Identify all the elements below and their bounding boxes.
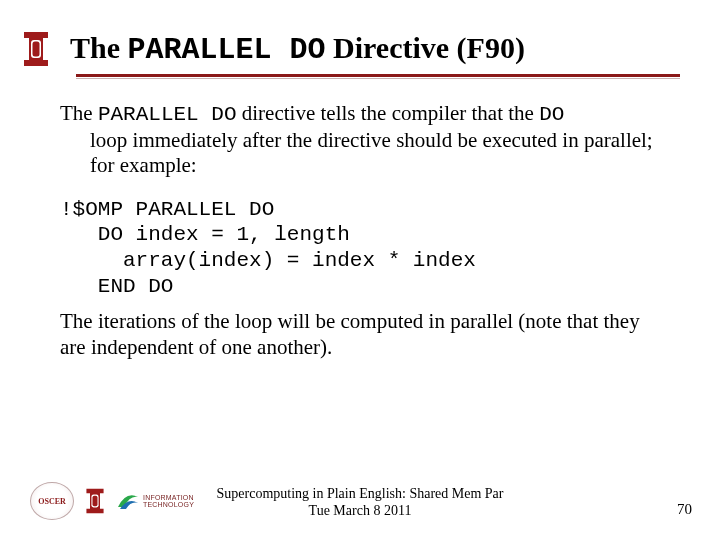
title-underline-thin bbox=[76, 78, 680, 79]
p1-mono2: DO bbox=[539, 103, 564, 126]
it-swoosh-icon bbox=[116, 489, 140, 513]
title-part1: The bbox=[70, 31, 128, 64]
slide-body: The PARALLEL DO directive tells the comp… bbox=[18, 101, 680, 360]
title-part2: Directive (F90) bbox=[326, 31, 525, 64]
it-label: INFORMATION TECHNOLOGY bbox=[143, 494, 194, 508]
paragraph-2: The iterations of the loop will be compu… bbox=[60, 309, 670, 360]
p1-lead: The bbox=[60, 101, 98, 125]
ou-logo-icon bbox=[18, 28, 54, 70]
code-block: !$OMP PARALLEL DO DO index = 1, length a… bbox=[60, 197, 670, 299]
p2-text: The iterations of the loop will be compu… bbox=[60, 309, 640, 359]
it-line1: INFORMATION bbox=[143, 494, 194, 501]
ou-logo-small-icon bbox=[82, 486, 108, 516]
footer-logos: OSCER INFORMATION TECHNOLO bbox=[30, 482, 194, 520]
footer-text: Supercomputing in Plain English: Shared … bbox=[217, 486, 504, 520]
oscer-logo-icon: OSCER bbox=[30, 482, 74, 520]
svg-rect-1 bbox=[33, 42, 40, 57]
paragraph-1: The PARALLEL DO directive tells the comp… bbox=[60, 101, 670, 179]
footer: OSCER INFORMATION TECHNOLO bbox=[0, 486, 720, 520]
slide-title: The PARALLEL DO Directive (F90) bbox=[70, 31, 525, 67]
p1-mid: directive tells the compiler that the bbox=[237, 101, 540, 125]
p1-mono1: PARALLEL DO bbox=[98, 103, 237, 126]
oscer-text: OSCER bbox=[38, 497, 66, 506]
it-line2: TECHNOLOGY bbox=[143, 501, 194, 508]
slide: The PARALLEL DO Directive (F90) The PARA… bbox=[0, 0, 720, 540]
page-number: 70 bbox=[677, 501, 692, 518]
header: The PARALLEL DO Directive (F90) bbox=[18, 28, 680, 70]
it-logo-icon: INFORMATION TECHNOLOGY bbox=[116, 489, 194, 513]
footer-line1: Supercomputing in Plain English: Shared … bbox=[217, 486, 504, 503]
svg-rect-3 bbox=[93, 496, 98, 507]
title-underline bbox=[76, 74, 680, 77]
footer-line2: Tue March 8 2011 bbox=[217, 503, 504, 520]
p1-tail: loop immediately after the directive sho… bbox=[60, 128, 670, 179]
title-mono: PARALLEL DO bbox=[128, 33, 326, 67]
